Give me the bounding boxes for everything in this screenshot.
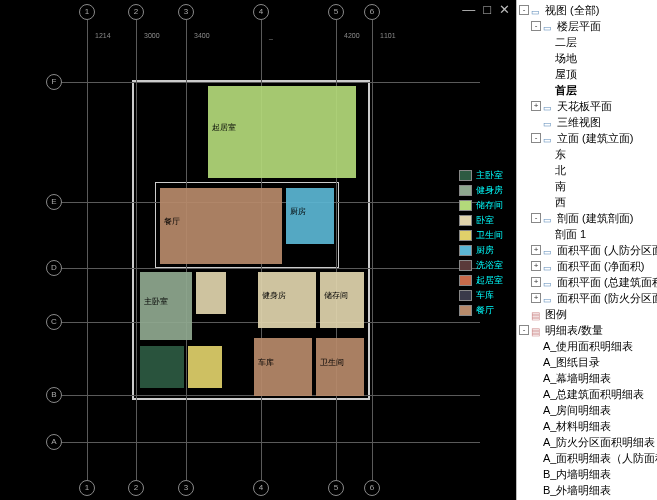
tree-node[interactable]: A_总建筑面积明细表 — [519, 386, 657, 402]
legend-swatch — [459, 215, 472, 226]
tree-node[interactable]: +面积平面 (净面积) — [519, 258, 657, 274]
collapse-icon[interactable]: - — [531, 133, 541, 143]
expand-icon[interactable]: + — [531, 277, 541, 287]
room-r8[interactable] — [140, 346, 184, 388]
tree-label: 剖面 (建筑剖面) — [557, 211, 633, 226]
legend-row: 卧室 — [459, 213, 514, 227]
doc-icon — [543, 261, 555, 271]
tree-node[interactable]: +天花板平面 — [519, 98, 657, 114]
tree-node[interactable]: A_图纸目录 — [519, 354, 657, 370]
tree-label: 面积平面 (防火分区面积) — [557, 291, 657, 306]
doc-icon — [543, 21, 555, 31]
legend-row: 餐厅 — [459, 303, 514, 317]
tree-node[interactable]: 北 — [519, 162, 657, 178]
tree-node[interactable]: -明细表/数量 — [519, 322, 657, 338]
tree-label: 剖面 1 — [555, 227, 586, 242]
legend-swatch — [459, 185, 472, 196]
legend-label: 洗浴室 — [476, 259, 503, 272]
expand-icon[interactable]: + — [531, 293, 541, 303]
legend-label: 储存间 — [476, 199, 503, 212]
tree-node[interactable]: +面积平面 (防火分区面积) — [519, 290, 657, 306]
grid-bubble: 2 — [128, 4, 144, 20]
tree-node[interactable]: 剖面 1 — [519, 226, 657, 242]
expand-icon[interactable]: + — [531, 245, 541, 255]
doc-icon — [543, 277, 555, 287]
grid-bubble: E — [46, 194, 62, 210]
legend-label: 车库 — [476, 289, 494, 302]
legend-row: 储存间 — [459, 198, 514, 212]
tree-node[interactable]: 南 — [519, 178, 657, 194]
doc-icon — [543, 101, 555, 111]
tree-label: 天花板平面 — [557, 99, 612, 114]
tree-label: 图例 — [545, 307, 567, 322]
tree-node[interactable]: A_面积明细表（人防面积） — [519, 450, 657, 466]
tree-label: A_防火分区面积明细表 — [543, 435, 655, 450]
collapse-icon[interactable]: - — [519, 325, 529, 335]
tree-node[interactable]: -视图 (全部) — [519, 2, 657, 18]
expand-icon[interactable]: + — [531, 101, 541, 111]
tree-label: 北 — [555, 163, 566, 178]
list-icon — [531, 325, 543, 335]
tree-node[interactable]: B_外墙明细表 — [519, 482, 657, 498]
tree-node[interactable]: 西 — [519, 194, 657, 210]
legend-swatch — [459, 260, 472, 271]
tree-node[interactable]: 图例 — [519, 306, 657, 322]
legend-row: 卫生间 — [459, 228, 514, 242]
doc-icon — [543, 213, 555, 223]
grid-bubble: A — [46, 434, 62, 450]
tree-node[interactable]: A_房间明细表 — [519, 402, 657, 418]
grid-bubble: C — [46, 314, 62, 330]
tree-node[interactable]: A_幕墙明细表 — [519, 370, 657, 386]
legend-row: 主卧室 — [459, 168, 514, 182]
tree-node[interactable]: 场地 — [519, 50, 657, 66]
tree-label: 屋顶 — [555, 67, 577, 82]
tree-node[interactable]: A_使用面积明细表 — [519, 338, 657, 354]
legend-swatch — [459, 200, 472, 211]
collapse-icon[interactable]: - — [531, 213, 541, 223]
tree-node[interactable]: 二层 — [519, 34, 657, 50]
tree-label: 面积平面 (净面积) — [557, 259, 644, 274]
doc-icon — [543, 245, 555, 255]
doc-icon — [543, 133, 555, 143]
grid-bubble: 6 — [364, 4, 380, 20]
tree-node[interactable]: -立面 (建筑立面) — [519, 130, 657, 146]
legend-swatch — [459, 290, 472, 301]
tree-label: 面积平面 (人防分区面积) — [557, 243, 657, 258]
room-r9[interactable] — [188, 346, 222, 388]
tree-label: A_材料明细表 — [543, 419, 611, 434]
tree-label: A_总建筑面积明细表 — [543, 387, 644, 402]
tree-label: 明细表/数量 — [545, 323, 603, 338]
legend: 主卧室健身房储存间卧室卫生间厨房洗浴室起居室车库餐厅 — [459, 168, 514, 318]
cad-viewport[interactable]: — □ ✕ 11121422300033340044_554200661101A… — [0, 0, 516, 500]
tree-node[interactable]: A_材料明细表 — [519, 418, 657, 434]
legend-swatch — [459, 245, 472, 256]
tree-node[interactable]: +面积平面 (总建筑面积) — [519, 274, 657, 290]
legend-label: 起居室 — [476, 274, 503, 287]
legend-row: 厨房 — [459, 243, 514, 257]
room-r5[interactable] — [196, 272, 226, 314]
collapse-icon[interactable]: - — [519, 5, 529, 15]
tree-node[interactable]: -楼层平面 — [519, 18, 657, 34]
grid-bubble: 5 — [328, 4, 344, 20]
tree-node[interactable]: B_内墙明细表 — [519, 466, 657, 482]
grid-bubble: 3 — [178, 4, 194, 20]
tree-label: B_内墙明细表 — [543, 467, 611, 482]
floor-plan: 11121422300033340044_554200661101ABCDEF起… — [0, 0, 516, 500]
tree-node[interactable]: -剖面 (建筑剖面) — [519, 210, 657, 226]
tree-node[interactable]: 东 — [519, 146, 657, 162]
grid-bubble: B — [46, 387, 62, 403]
legend-row: 健身房 — [459, 183, 514, 197]
tree-node[interactable]: +面积平面 (人防分区面积) — [519, 242, 657, 258]
legend-label: 健身房 — [476, 184, 503, 197]
tree-node[interactable]: 屋顶 — [519, 66, 657, 82]
expand-icon[interactable]: + — [531, 261, 541, 271]
project-browser[interactable]: -视图 (全部)-楼层平面二层场地屋顶首层+天花板平面三维视图-立面 (建筑立面… — [516, 0, 657, 500]
collapse-icon[interactable]: - — [531, 21, 541, 31]
grid-bubble: 1 — [79, 4, 95, 20]
legend-swatch — [459, 305, 472, 316]
tree-node[interactable]: A_防火分区面积明细表 — [519, 434, 657, 450]
tree-label: 立面 (建筑立面) — [557, 131, 633, 146]
tree-label: A_幕墙明细表 — [543, 371, 611, 386]
tree-node[interactable]: 首层 — [519, 82, 657, 98]
tree-node[interactable]: 三维视图 — [519, 114, 657, 130]
